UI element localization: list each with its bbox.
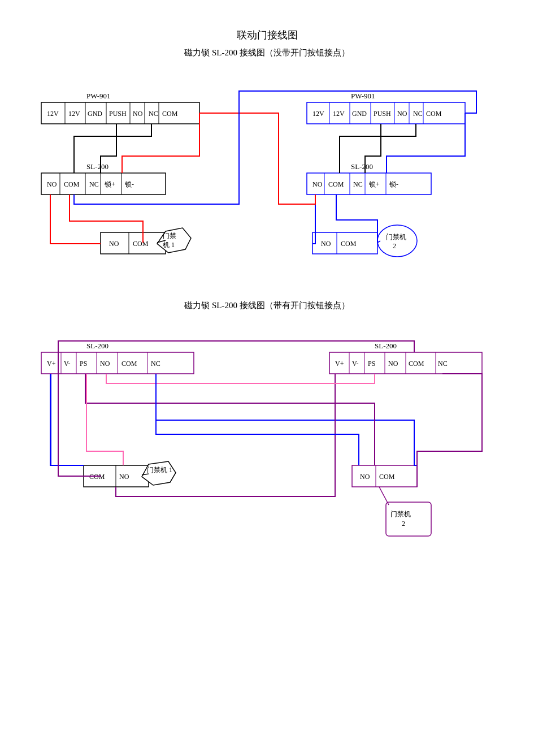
- svg-text:PW-901: PW-901: [351, 92, 375, 100]
- svg-text:NO: NO: [119, 473, 129, 481]
- svg-text:PUSH: PUSH: [109, 110, 127, 118]
- svg-text:NO: NO: [360, 473, 370, 481]
- svg-point-63: [377, 225, 417, 257]
- svg-text:GND: GND: [352, 110, 367, 118]
- svg-text:V-: V-: [352, 360, 359, 368]
- svg-text:NC: NC: [413, 110, 423, 118]
- svg-text:锁+: 锁+: [104, 180, 115, 188]
- svg-text:NO: NO: [321, 240, 331, 248]
- svg-text:NO: NO: [312, 180, 323, 188]
- svg-text:NC: NC: [438, 360, 448, 368]
- svg-text:V+: V+: [47, 360, 56, 368]
- svg-text:NO: NO: [133, 110, 143, 118]
- svg-text:COM: COM: [328, 180, 344, 188]
- svg-text:门禁机: 门禁机: [390, 510, 411, 518]
- svg-text:PS: PS: [368, 360, 375, 368]
- svg-text:V-: V-: [64, 360, 71, 368]
- svg-text:PUSH: PUSH: [374, 110, 391, 118]
- svg-text:COM: COM: [426, 110, 442, 118]
- svg-text:NC: NC: [89, 180, 99, 188]
- svg-text:COM: COM: [162, 110, 178, 118]
- svg-text:12V: 12V: [68, 110, 80, 118]
- svg-text:NO: NO: [100, 360, 110, 368]
- svg-text:NO: NO: [109, 240, 119, 248]
- svg-text:NC: NC: [353, 180, 363, 188]
- svg-text:锁-: 锁-: [124, 180, 134, 188]
- left-pw901-label: PW-901: [86, 92, 111, 100]
- svg-text:SL-200: SL-200: [86, 342, 108, 350]
- svg-text:PS: PS: [80, 360, 87, 368]
- svg-text:锁+: 锁+: [368, 180, 380, 188]
- svg-text:门禁机: 门禁机: [386, 233, 406, 241]
- svg-text:COM: COM: [409, 360, 424, 368]
- svg-text:V+: V+: [335, 360, 344, 368]
- svg-text:NO: NO: [397, 110, 407, 118]
- svg-text:NO: NO: [388, 360, 398, 368]
- svg-text:COM: COM: [379, 473, 395, 481]
- diagram1-svg: PW-901 12V 12V GND PUSH NO NC COM SL-200…: [13, 68, 522, 278]
- svg-text:锁-: 锁-: [389, 180, 398, 188]
- section2: 磁力锁 SL-200 接线图（带有开门按钮接点） SL-200 V+ V- PS…: [11, 300, 523, 564]
- page: 联动门接线图 磁力锁 SL-200 接线图（没带开门按钮接点） PW-901 1…: [0, 0, 534, 756]
- svg-text:NO: NO: [47, 180, 57, 188]
- svg-line-107: [379, 487, 389, 505]
- svg-rect-104: [386, 502, 431, 536]
- svg-text:12V: 12V: [47, 110, 59, 118]
- main-title: 联动门接线图: [11, 28, 523, 42]
- diagram2-svg: SL-200 V+ V- PS NO COM NC COM NO 门禁机 1 S…: [13, 321, 522, 564]
- svg-text:COM: COM: [121, 360, 137, 368]
- svg-text:门禁: 门禁: [163, 232, 176, 240]
- svg-text:12V: 12V: [333, 110, 345, 118]
- svg-text:COM: COM: [64, 180, 80, 188]
- svg-text:NC: NC: [151, 360, 160, 368]
- section1: 磁力锁 SL-200 接线图（没带开门按钮接点） PW-901 12V 12V …: [11, 47, 523, 278]
- section1-title: 磁力锁 SL-200 接线图（没带开门按钮接点）: [11, 47, 523, 58]
- svg-text:门禁机 1: 门禁机 1: [147, 466, 172, 474]
- svg-text:2: 2: [402, 520, 405, 528]
- svg-text:12V: 12V: [312, 110, 324, 118]
- svg-text:GND: GND: [88, 110, 102, 118]
- svg-text:NC: NC: [149, 110, 158, 118]
- svg-text:SL-200: SL-200: [375, 342, 397, 350]
- svg-text:COM: COM: [133, 240, 149, 248]
- svg-text:2: 2: [393, 242, 396, 250]
- svg-text:SL-200: SL-200: [351, 162, 373, 171]
- section2-title: 磁力锁 SL-200 接线图（带有开门按钮接点）: [11, 300, 523, 311]
- svg-text:COM: COM: [341, 240, 357, 248]
- svg-text:机 1: 机 1: [163, 241, 175, 249]
- svg-text:SL-200: SL-200: [86, 162, 108, 171]
